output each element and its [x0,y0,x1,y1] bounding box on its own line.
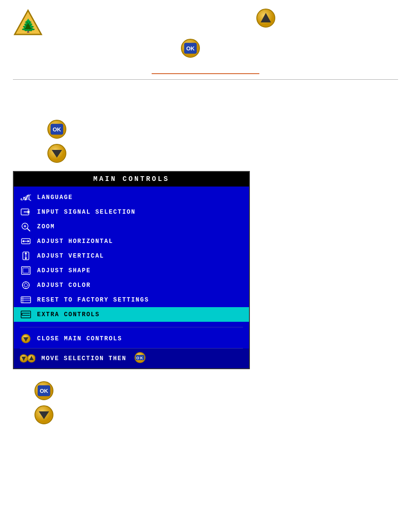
osd-item-shape[interactable]: ADJUST SHAPE [14,263,249,278]
horizontal-icon [20,236,32,246]
osd-menu: MAIN CONTROLS 𝒜ℚ LANGUAGE INPUT SIGNAL S… [13,171,250,369]
svg-point-32 [24,283,28,287]
shape-icon [20,265,32,276]
osd-separator [20,327,243,327]
language-icon: 𝒜ℚ [20,192,32,202]
osd-item-vertical[interactable]: ADJUST VERTICAL [14,249,249,263]
svg-rect-37 [21,297,31,303]
text-spacer [13,90,398,116]
close-icon [20,333,32,344]
svg-text:OK: OK [136,356,144,360]
svg-rect-41 [21,311,31,318]
extra-icon [20,309,32,320]
osd-item-factory-reset[interactable]: RESET TO FACTORY SETTINGS [14,292,249,307]
footer-arrows-icon [20,353,35,364]
osd-item-color[interactable]: ADJUST COLOR [14,278,249,292]
svg-text:OK: OK [40,388,48,394]
svg-text:OK: OK [53,126,61,133]
svg-rect-30 [23,268,29,273]
osd-items-list: 𝒜ℚ LANGUAGE INPUT SIGNAL SELECTION [14,187,249,325]
up-arrow-icon [256,9,275,29]
osd-item-extra-controls[interactable]: EXTRA CONTROLS [14,307,249,322]
svg-point-31 [22,282,29,289]
svg-line-18 [27,228,30,231]
footer-ok-badge: OK [133,352,147,365]
svg-text:𝒜ℚ: 𝒜ℚ [21,194,31,202]
osd-item-zoom[interactable]: ZOOM [14,219,249,234]
ok-icon-step1[interactable]: OK [47,120,398,140]
svg-text:OK: OK [186,45,195,52]
svg-marker-23 [22,240,24,243]
svg-marker-24 [28,240,30,243]
input-signal-icon [20,207,32,217]
below-section: OK [0,373,411,437]
horizontal-divider [13,79,398,80]
top-section: 🌲 ▲ OK [0,0,411,90]
osd-footer: MOVE SELECTION THEN OK [14,348,249,368]
content-area: OK [0,90,411,165]
orange-underline [152,73,259,74]
ok-icon-step2[interactable]: OK [34,381,398,402]
osd-close-row[interactable]: CLOSE MAIN CONTROLS [14,329,249,348]
osd-item-language[interactable]: 𝒜ℚ LANGUAGE [14,190,249,205]
osd-title: MAIN CONTROLS [14,172,249,187]
ok-icon-top[interactable]: OK [181,39,200,59]
svg-text:▲: ▲ [22,19,34,32]
osd-item-horizontal[interactable]: ADJUST HORIZONTAL [14,234,249,249]
down-arrow-icon-step2 [34,405,398,426]
color-icon [20,280,32,290]
down-arrow-icon-step1 [47,144,398,165]
osd-item-input-signal[interactable]: INPUT SIGNAL SELECTION [14,205,249,219]
warning-triangle-icon: 🌲 ▲ [13,9,43,38]
zoom-icon [20,221,32,232]
factory-icon [20,295,32,305]
vertical-icon [20,251,32,261]
